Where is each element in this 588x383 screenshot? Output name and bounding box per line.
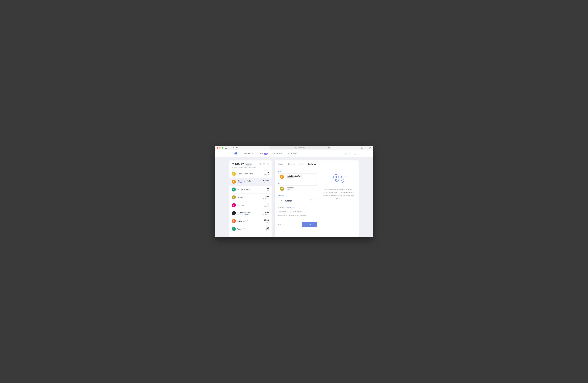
wallet-name: SHIBA INUSHIB xyxy=(237,220,264,222)
dogecoin-icon: Ð xyxy=(280,187,284,191)
swap-direction-icon[interactable] xyxy=(315,183,317,185)
wallet-usd: $3 553.51 xyxy=(263,213,269,215)
wallet-summary: 50 wallets | 30 hidden | 0 watch only | … xyxy=(232,167,269,168)
available-line: Available: 0.00554 BTC xyxy=(278,207,317,209)
wallet-item[interactable]: ₿Main Bitcoin WalletBTCMultisigs0.00554$… xyxy=(230,178,272,186)
titlebar: 🔒 guarda.co/app xyxy=(215,146,373,150)
tab-receive[interactable]: Receive xyxy=(288,161,295,167)
app-body: 7 160.27 USD 50 wallets | 30 hidden | 0 … xyxy=(215,157,373,237)
wallet-usd: $1 325.32 xyxy=(263,198,269,199)
tab-exchange[interactable]: Exchange xyxy=(308,161,316,167)
wallet-amount: 25 xyxy=(264,203,269,205)
gear-icon[interactable] xyxy=(267,163,269,166)
bitcoin-icon: ₿ xyxy=(280,175,284,179)
amount-usd: 907.17 USD xyxy=(310,199,315,203)
step-indicator: Step 1 of 3 xyxy=(278,224,286,225)
from-label: From xyxy=(278,170,317,172)
svg-rect-0 xyxy=(225,147,227,149)
url-text: guarda.co/app xyxy=(296,147,306,149)
main-panel: History Receive Send Exchange From ₿ Mai… xyxy=(274,160,359,237)
share-icon[interactable] xyxy=(360,147,363,149)
wallet-item[interactable]: ♦Ethereum StakingETHMultisigs — Staking1… xyxy=(230,209,272,217)
wallet-amount: 0.00554 xyxy=(263,180,269,182)
chevron-down-icon xyxy=(314,188,315,190)
hot-badge: HOT xyxy=(264,153,268,155)
new-tab-icon[interactable] xyxy=(365,147,367,149)
balance-header: 7 160.27 USD 50 wallets | 30 hidden | 0 … xyxy=(230,160,272,170)
close-window-button[interactable] xyxy=(217,147,218,149)
address-bar[interactable]: 🔒 guarda.co/app xyxy=(270,146,331,149)
help-icon[interactable]: ? xyxy=(345,152,347,155)
from-wallet-selector[interactable]: ₿ Main Bitcoin Wallet 0.00554 BTC xyxy=(278,173,317,180)
svg-point-8 xyxy=(268,164,268,164)
tabs-overview-icon[interactable] xyxy=(369,147,371,149)
nav-tab-wallets[interactable]: WALLETS xyxy=(244,150,253,157)
to-wallet-selector[interactable]: Ð Dogecoin 6800 DOGE xyxy=(278,185,317,192)
wallet-name: Binance Smart Chain… xyxy=(237,173,264,175)
maximize-window-button[interactable] xyxy=(222,147,223,149)
to-label: To xyxy=(278,182,280,184)
wallet-item[interactable]: 🐕SHIBA INUSHIB39 900$0.24 xyxy=(230,217,272,225)
chevron-down-icon xyxy=(250,164,251,165)
dark-mode-icon[interactable] xyxy=(349,152,352,155)
coin-icon: 🐕 xyxy=(232,219,236,223)
main-nav: WALLETS BUY HOT BORROW SETTINGS xyxy=(244,150,298,157)
coin-icon: ₮ xyxy=(232,188,236,192)
amount-input[interactable] xyxy=(285,200,308,202)
reload-icon[interactable] xyxy=(328,147,330,149)
wallet-item[interactable]: ₮USDT (OMNI)USDT95$95 xyxy=(230,186,272,193)
svg-text:♦: ♦ xyxy=(340,179,342,182)
panel-tabs: History Receive Send Exchange xyxy=(278,160,355,167)
wallet-amount: 1.642 xyxy=(263,211,269,213)
forward-button[interactable] xyxy=(232,147,235,149)
total-balance: 7 160.27 xyxy=(232,162,244,166)
nav-tab-settings[interactable]: SETTINGS xyxy=(288,150,298,157)
wallet-usd: $336.25 xyxy=(264,206,269,207)
exchange-illustration: ₿ ♦ ✦ + • xyxy=(322,173,355,185)
wallet-amount: 39 900 xyxy=(264,219,269,221)
wallet-amount: 2.448 xyxy=(264,172,269,174)
wallet-item[interactable]: ÐDogecoinDOGE6800$1 325.32 xyxy=(230,193,272,201)
wallet-name: Ethereum StakingETH xyxy=(237,211,263,213)
wallet-usd: $95 xyxy=(267,190,269,192)
wallet-usd: $120 xyxy=(266,229,269,231)
promo-text: You can exchange cryptocurrency right in… xyxy=(322,188,355,200)
guarda-logo[interactable] xyxy=(234,152,238,156)
search-icon[interactable] xyxy=(259,163,261,166)
tab-send[interactable]: Send xyxy=(299,161,304,167)
wallet-name: USDT (OMNI)USDT xyxy=(237,189,267,191)
wallet-item[interactable]: ₮TetherUSDT120$120 xyxy=(230,225,272,233)
tab-history[interactable]: History xyxy=(278,161,284,167)
svg-text:₿: ₿ xyxy=(336,176,337,178)
wallet-usd: $732.56 xyxy=(264,174,269,176)
wallet-usd: $191.41 xyxy=(263,182,269,184)
nav-tab-borrow[interactable]: BORROW xyxy=(274,150,282,157)
wallet-item[interactable]: ◈Binance Smart Chain…2.448$732.56 xyxy=(230,170,272,178)
shield-privacy-icon[interactable] xyxy=(236,147,238,149)
currency-selector[interactable]: USD xyxy=(245,163,252,166)
filter-icon[interactable] xyxy=(263,163,265,166)
lock-icon: 🔒 xyxy=(294,147,296,149)
coin-icon: ₮ xyxy=(232,227,236,231)
sidebar-toggle-icon[interactable] xyxy=(225,147,228,149)
next-button[interactable]: Next xyxy=(302,222,317,227)
wallet-name: PolkadotDOT xyxy=(237,204,264,206)
svg-text:+: + xyxy=(345,176,346,177)
back-button[interactable] xyxy=(229,147,231,149)
minimize-window-button[interactable] xyxy=(219,147,221,149)
wallet-item[interactable]: ●PolkadotDOT25$336.25 xyxy=(230,201,272,209)
wallet-name: DogecoinDOGE xyxy=(237,196,263,198)
svg-rect-6 xyxy=(355,154,356,155)
wallet-sublinks[interactable]: Multisigs xyxy=(237,182,263,183)
wallet-sublinks[interactable]: Multisigs — Staking xyxy=(237,213,263,215)
wallet-amount: 95 xyxy=(267,188,269,190)
nav-tab-buy[interactable]: BUY HOT xyxy=(259,150,268,157)
chevron-down-icon xyxy=(314,176,315,178)
lock-app-icon[interactable] xyxy=(354,152,356,155)
will-receive-line: Will receive: ~ 4 523.4658078 DOGE xyxy=(278,211,317,213)
wallet-name: Main Bitcoin WalletBTC xyxy=(237,180,263,182)
wallet-amount: 6800 xyxy=(263,195,269,197)
svg-text:?: ? xyxy=(345,153,346,155)
svg-point-7 xyxy=(260,163,261,165)
svg-text:•: • xyxy=(331,181,332,182)
